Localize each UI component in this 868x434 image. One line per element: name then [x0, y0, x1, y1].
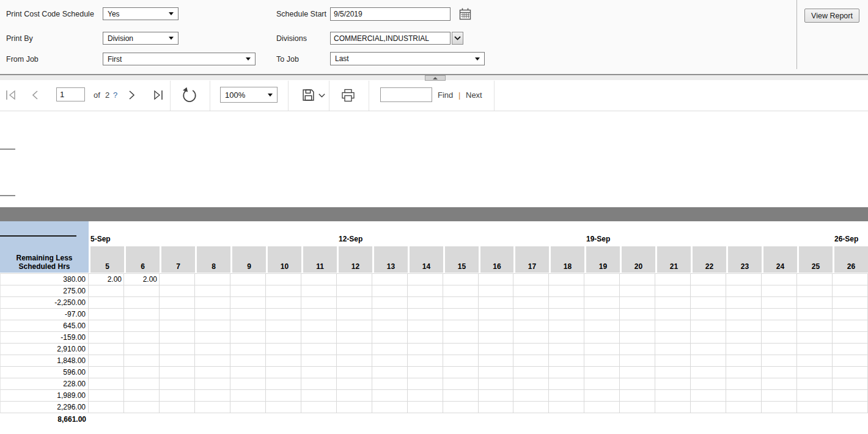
grid-cell	[160, 378, 195, 390]
grid-cell	[124, 367, 160, 378]
export-button[interactable]	[302, 89, 315, 101]
grid-cell	[797, 378, 833, 390]
grid-cell	[691, 285, 726, 297]
parameters-panel: Print Cost Code Schedule Yes Schedule St…	[0, 0, 868, 74]
grid-cell	[195, 390, 230, 402]
grid-cell	[797, 274, 833, 285]
grid-cell	[89, 297, 124, 309]
find-input[interactable]	[380, 87, 432, 102]
page-total-unknown: ?	[113, 90, 117, 100]
print-button[interactable]	[340, 89, 356, 102]
collapse-parameters-handle[interactable]	[425, 75, 446, 81]
grid-cell	[372, 367, 408, 378]
grid-cell	[620, 390, 655, 402]
grid-cell	[584, 320, 620, 332]
chevron-down-icon	[318, 94, 325, 98]
grid-cell	[266, 320, 301, 332]
grid-cell	[479, 285, 513, 297]
last-page-button[interactable]	[152, 90, 164, 100]
grid-cell	[124, 378, 160, 390]
grid-cell	[584, 297, 620, 309]
grid-cell	[726, 378, 762, 390]
print-by-select[interactable]: Division	[103, 32, 178, 45]
grid-cell	[124, 297, 160, 309]
grid-cell	[301, 378, 337, 390]
grid-cell	[513, 309, 549, 320]
print-cost-code-schedule-select[interactable]: Yes	[103, 7, 178, 20]
schedule-start-input[interactable]	[330, 7, 451, 21]
grid-cell	[230, 332, 266, 344]
grid-cell	[655, 309, 691, 320]
grid-cell: 2.00	[89, 274, 124, 285]
report-toolbar: of 2 ? 100%	[0, 74, 868, 111]
to-job-select[interactable]: Last	[330, 52, 485, 65]
from-job-select[interactable]: First	[103, 53, 256, 65]
grid-cell	[691, 332, 726, 344]
zoom-select[interactable]: 100%	[220, 87, 278, 103]
grid-cell	[195, 320, 230, 332]
grid-cell	[337, 402, 372, 413]
grid-cell	[124, 402, 160, 413]
grid-cell	[620, 309, 655, 320]
grid-cell	[833, 320, 868, 332]
calendar-icon[interactable]	[459, 8, 471, 20]
grid-cell	[160, 285, 195, 297]
grid-cell	[549, 285, 584, 297]
grid-cell	[337, 274, 372, 285]
page-of-label: of	[94, 90, 100, 100]
grid-cell	[691, 320, 726, 332]
grid-cell	[195, 355, 230, 367]
week-label: 19-Sep	[586, 235, 610, 243]
day-header-cell: 14	[410, 246, 443, 273]
grid-cell	[408, 355, 443, 367]
grid-cell	[513, 367, 549, 378]
refresh-button[interactable]	[182, 87, 197, 103]
grid-cell	[584, 309, 620, 320]
grid-cell	[230, 344, 266, 355]
grid-cell	[584, 332, 620, 344]
zoom-value: 100%	[225, 90, 245, 100]
grid-cell	[337, 344, 372, 355]
remaining-hours-header-line1: Remaining Less	[16, 254, 72, 262]
grid-cell	[408, 309, 443, 320]
grid-cell	[691, 297, 726, 309]
chevron-down-icon	[169, 12, 174, 15]
grid-cell	[337, 309, 372, 320]
grid-cell	[372, 355, 408, 367]
day-header-cell: 17	[515, 246, 549, 273]
view-report-button[interactable]: View Report	[804, 9, 859, 23]
page-number-input[interactable]	[56, 87, 85, 101]
chevron-down-icon	[454, 36, 461, 40]
grid-cell	[479, 390, 513, 402]
grid-cell	[372, 274, 408, 285]
divisions-dropdown-button[interactable]	[452, 32, 463, 45]
first-page-icon	[5, 90, 17, 100]
grid-cell	[301, 309, 337, 320]
first-page-button[interactable]	[5, 90, 17, 100]
next-link[interactable]: Next	[466, 90, 482, 100]
grid-cell	[513, 332, 549, 344]
grid-cell	[762, 297, 797, 309]
grid-cell	[833, 378, 868, 390]
grid-cell	[337, 367, 372, 378]
grid-cell	[513, 274, 549, 285]
find-link[interactable]: Find	[438, 90, 453, 100]
grid-cell	[691, 344, 726, 355]
day-header-cell: 6	[126, 246, 160, 273]
previous-page-button[interactable]	[31, 90, 39, 100]
next-page-button[interactable]	[128, 90, 136, 100]
export-menu-chevron[interactable]	[318, 94, 325, 98]
grid-cell	[655, 367, 691, 378]
remaining-hours-cell: -2,250.00	[0, 297, 89, 309]
grid-cell	[620, 402, 655, 413]
grid-cell	[372, 344, 408, 355]
day-header-cell: 5	[90, 246, 124, 273]
day-header-cell: 11	[303, 246, 337, 273]
divisions-input[interactable]	[330, 32, 451, 45]
grid-cell	[833, 285, 868, 297]
grid-cell	[655, 402, 691, 413]
grid-cell	[266, 402, 301, 413]
grid-cell	[620, 285, 655, 297]
grid-cell	[89, 320, 124, 332]
header-underline	[0, 235, 76, 237]
